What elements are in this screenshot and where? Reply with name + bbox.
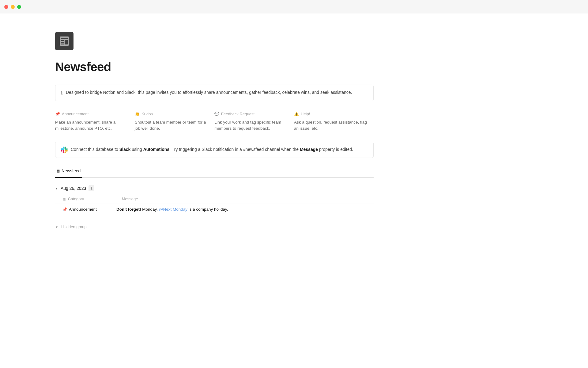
group-count-badge: 1	[89, 185, 94, 191]
category-feedback: 💬 Feedback Request Link your work and ta…	[214, 111, 294, 132]
minimize-button[interactable]	[11, 5, 15, 9]
help-label: Help!	[301, 111, 310, 117]
category-col-icon: ▦	[62, 197, 66, 201]
hidden-chevron-icon: ▼	[55, 225, 58, 229]
hidden-group-label: 1 hidden group	[60, 224, 87, 230]
mention-text: @Next Monday	[159, 207, 187, 212]
slack-logo-icon	[61, 147, 68, 153]
hidden-group[interactable]: ▼ 1 hidden group	[55, 220, 374, 234]
announcement-icon: 📌	[55, 111, 60, 117]
row-category-value: Announcement	[69, 206, 97, 213]
tab-newsfeed-icon: ▦	[56, 168, 60, 174]
maximize-button[interactable]	[17, 5, 21, 9]
info-box: ℹ Designed to bridge Notion and Slack, t…	[55, 85, 374, 101]
message-bold: Message	[300, 147, 318, 152]
cell-category: 📌 Announcement	[55, 204, 116, 215]
table-header-row: ▦ Category ☰ Message	[55, 194, 374, 204]
slack-notice-box: Connect this database to Slack using Aut…	[55, 142, 374, 158]
category-header-feedback: 💬 Feedback Request	[214, 111, 292, 117]
svg-rect-2	[61, 40, 64, 41]
help-icon: ⚠️	[294, 111, 299, 117]
category-header-help: ⚠️ Help!	[294, 111, 371, 117]
kudos-desc: Shoutout a team member or team for a job…	[135, 119, 212, 132]
category-kudos: 👏 Kudos Shoutout a team member or team f…	[135, 111, 214, 132]
automations-bold: Automations	[143, 147, 170, 152]
category-header-kudos: 👏 Kudos	[135, 111, 212, 117]
tab-bar: ▦ Newsfeed	[55, 165, 374, 178]
feedback-icon: 💬	[214, 111, 219, 117]
category-help: ⚠️ Help! Ask a question, request assista…	[294, 111, 374, 132]
svg-rect-1	[61, 38, 68, 39]
close-button[interactable]	[4, 5, 8, 9]
message-col-icon: ☰	[116, 197, 119, 201]
svg-rect-5	[65, 40, 68, 44]
col-label-message: Message	[122, 197, 138, 201]
page-title: Newsfeed	[55, 58, 374, 76]
category-header-announcement: 📌 Announcement	[55, 111, 132, 117]
group-date: Aug 26, 2023	[61, 185, 86, 192]
kudos-label: Kudos	[141, 111, 153, 117]
tab-newsfeed[interactable]: ▦ Newsfeed	[55, 165, 82, 178]
info-text: Designed to bridge Notion and Slack, thi…	[66, 89, 352, 96]
group-chevron-icon: ▼	[55, 186, 58, 191]
col-header-category: ▦ Category	[55, 194, 116, 204]
message-content: Don't forget! Monday, @Next Monday is a …	[116, 207, 228, 212]
group-header[interactable]: ▼ Aug 26, 2023 1	[55, 183, 374, 194]
col-label-category: Category	[68, 197, 84, 201]
cell-message: Don't forget! Monday, @Next Monday is a …	[116, 204, 374, 215]
announcement-label: Announcement	[62, 111, 89, 117]
info-icon: ℹ	[61, 90, 63, 97]
feedback-label: Feedback Request	[221, 111, 254, 117]
tab-newsfeed-label: Newsfeed	[62, 168, 81, 174]
page-icon	[55, 32, 74, 50]
feedback-desc: Link your work and tag specific team mem…	[214, 119, 292, 132]
col-header-message: ☰ Message	[116, 194, 374, 204]
kudos-icon: 👏	[135, 111, 140, 117]
announcement-desc: Make an announcement, share a milestone,…	[55, 119, 132, 132]
slack-bold: Slack	[119, 147, 131, 152]
help-desc: Ask a question, request assistance, flag…	[294, 119, 371, 132]
window-bar	[0, 0, 588, 13]
pin-icon: 📌	[62, 207, 67, 212]
message-bold-text: Don't forget!	[116, 207, 141, 212]
table-row[interactable]: 📌 Announcement Don't forget! Monday, @Ne…	[55, 204, 374, 215]
slack-notice-text: Connect this database to Slack using Aut…	[71, 146, 353, 153]
data-table: ▦ Category ☰ Message 📌 Announcement	[55, 194, 374, 216]
svg-rect-3	[61, 42, 64, 43]
category-grid: 📌 Announcement Make an announcement, sha…	[55, 111, 374, 132]
svg-rect-4	[61, 44, 64, 44]
category-announcement: 📌 Announcement Make an announcement, sha…	[55, 111, 135, 132]
main-content: Newsfeed ℹ Designed to bridge Notion and…	[0, 13, 429, 259]
